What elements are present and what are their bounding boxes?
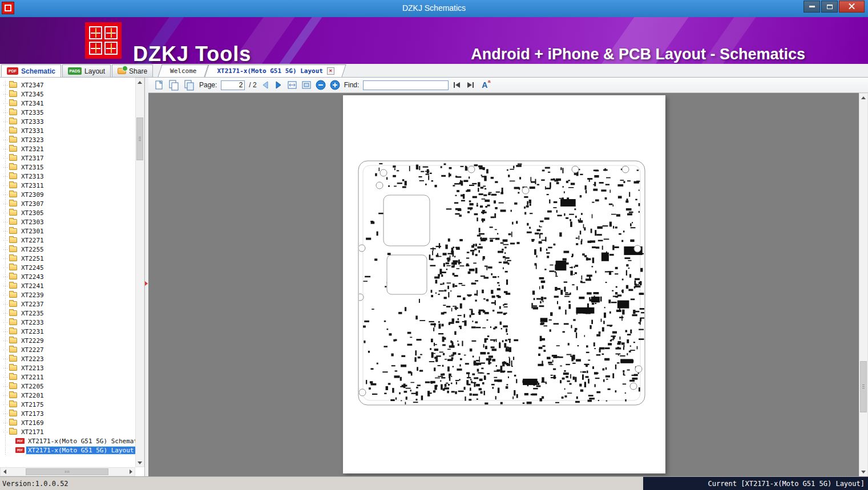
tab-schematic[interactable]: PDF Schematic [1, 64, 61, 77]
tree-folder[interactable]: XT2233 [0, 318, 135, 327]
scroll-left-icon[interactable] [1, 468, 9, 476]
snapshot-icon[interactable] [184, 80, 195, 91]
tree-document[interactable]: PDFXT2171-x(Moto G51 5G) Layout [0, 446, 135, 455]
tree-folder[interactable]: XT2213 [0, 363, 135, 372]
tree-folder[interactable]: XT2321 [0, 144, 135, 153]
text-size-icon[interactable]: Aa [479, 80, 490, 90]
titlebar: DZKJ Schematics [0, 0, 868, 17]
fit-page-icon[interactable] [301, 80, 312, 90]
tree-folder[interactable]: XT2305 [0, 208, 135, 217]
tree-folder[interactable]: XT2255 [0, 245, 135, 254]
tree-folder[interactable]: XT2317 [0, 153, 135, 163]
tree-connector [3, 350, 8, 350]
tree-folder-label: XT2211 [19, 374, 46, 381]
tree-document[interactable]: PDFXT2171-x(Moto G51 5G) Schematic [0, 436, 135, 446]
tree-connector [3, 158, 8, 159]
tree-connector [3, 386, 8, 387]
tree-folder[interactable]: XT2169 [0, 418, 135, 427]
tree-folder[interactable]: XT2173 [0, 409, 135, 418]
pdf-icon: PDF [15, 438, 25, 444]
scroll-right-icon[interactable] [127, 468, 135, 476]
folder-icon [9, 420, 17, 426]
tree-folder[interactable]: XT2241 [0, 281, 135, 290]
find-previous-icon[interactable] [453, 81, 462, 89]
tab-share[interactable]: Share [112, 64, 153, 77]
tree-folder[interactable]: XT2311 [0, 181, 135, 190]
previous-page-icon[interactable] [261, 80, 270, 90]
tree-folder[interactable]: XT2303 [0, 217, 135, 226]
tree-folder[interactable]: XT2301 [0, 226, 135, 236]
splitter-collapse-icon[interactable] [145, 281, 148, 286]
close-tab-icon[interactable]: × [327, 67, 334, 75]
find-input[interactable] [363, 80, 449, 90]
tree-folder[interactable]: XT2315 [0, 163, 135, 172]
tree-folder[interactable]: XT2171 [0, 427, 135, 436]
close-button[interactable] [839, 1, 865, 13]
tree-folder[interactable]: XT2239 [0, 290, 135, 299]
tree-folder[interactable]: XT2345 [0, 90, 135, 99]
tree-folder[interactable]: XT2201 [0, 391, 135, 400]
scroll-down-icon[interactable] [859, 468, 867, 476]
tree-folder[interactable]: XT2205 [0, 382, 135, 391]
zoom-in-icon[interactable] [330, 80, 340, 90]
viewport-vertical-scrollbar[interactable] [859, 93, 868, 476]
tree-folder[interactable]: XT2211 [0, 372, 135, 382]
tree-folder-label: XT2309 [19, 191, 46, 199]
page-thumbnail-icon[interactable] [154, 80, 164, 91]
tree-folder[interactable]: XT2237 [0, 299, 135, 309]
tree-folder-label: XT2303 [19, 218, 46, 226]
find-next-icon[interactable] [466, 81, 475, 89]
tree-folder[interactable]: XT2307 [0, 199, 135, 208]
sidebar-horizontal-scrollbar[interactable] [0, 467, 135, 476]
tree-folder[interactable]: XT2323 [0, 135, 135, 144]
tree-folder-label: XT2321 [19, 145, 46, 153]
tree-folder-label: XT2235 [19, 310, 46, 317]
scroll-up-icon[interactable] [136, 78, 144, 86]
tree-connector [3, 122, 8, 122]
document-viewport[interactable] [148, 93, 859, 476]
tree-folder[interactable]: XT2235 [0, 309, 135, 318]
maximize-button[interactable] [821, 1, 838, 13]
tree-folder[interactable]: XT2243 [0, 272, 135, 281]
tree-folder[interactable]: XT2245 [0, 263, 135, 272]
tree-connector [3, 304, 8, 305]
next-page-icon[interactable] [274, 80, 283, 90]
minimize-button[interactable] [804, 1, 820, 13]
scrollbar-thumb[interactable] [136, 118, 143, 160]
tree-folder[interactable]: XT2313 [0, 172, 135, 181]
tree-folder[interactable]: XT2331 [0, 126, 135, 135]
tree-connector [3, 185, 8, 186]
folder-icon [9, 237, 17, 243]
sidebar-vertical-scrollbar[interactable] [135, 78, 144, 467]
tree-folder[interactable]: XT2223 [0, 354, 135, 363]
tree-folder-label: XT2205 [19, 383, 46, 390]
tree-folder[interactable]: XT2341 [0, 99, 135, 108]
tree-folder[interactable]: XT2347 [0, 80, 135, 90]
banner: DZKJ Tools Android + iPhone & PCB Layout… [0, 17, 868, 64]
tree-folder[interactable]: XT2229 [0, 336, 135, 345]
doc-tab-welcome[interactable]: Welcome [160, 64, 207, 77]
tree-folder[interactable]: XT2335 [0, 108, 135, 117]
page-number-input[interactable] [221, 80, 245, 90]
tree-folder[interactable]: XT2227 [0, 345, 135, 354]
tree-folder[interactable]: XT2251 [0, 254, 135, 263]
scroll-up-icon[interactable] [859, 94, 867, 102]
tab-layout[interactable]: PADS Layout [62, 64, 111, 77]
sidebar-splitter[interactable] [144, 78, 148, 476]
tree-connector [3, 268, 8, 268]
doc-tab-layout[interactable]: XT2171-x(Moto G51 5G) Layout × [207, 64, 344, 77]
copy-pages-icon[interactable] [168, 80, 180, 91]
scrollbar-thumb[interactable] [860, 361, 867, 412]
tree-folder-label: XT2231 [19, 328, 46, 335]
tree-folder[interactable]: XT2333 [0, 117, 135, 126]
scroll-down-icon[interactable] [136, 459, 144, 467]
tree-folder[interactable]: XT2271 [0, 236, 135, 245]
tree-folder[interactable]: XT2175 [0, 400, 135, 409]
scrollbar-thumb[interactable] [26, 468, 108, 475]
tree-connector [3, 432, 8, 432]
zoom-out-icon[interactable] [316, 80, 326, 90]
fit-width-icon[interactable] [287, 80, 297, 90]
tree-folder[interactable]: XT2231 [0, 327, 135, 336]
folder-icon [9, 392, 17, 398]
tree-folder[interactable]: XT2309 [0, 190, 135, 199]
